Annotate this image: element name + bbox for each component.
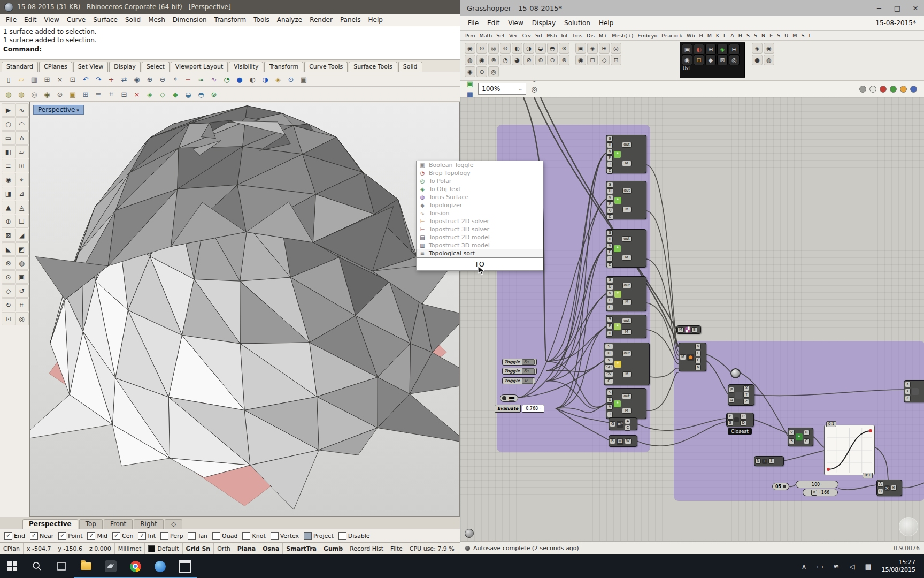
toolbar-tab-transform[interactable]: Transform bbox=[264, 62, 303, 72]
toolbar-icon[interactable]: ◆ bbox=[170, 88, 181, 100]
param-chip[interactable]: V bbox=[607, 149, 613, 155]
param-chip[interactable]: C bbox=[605, 378, 613, 384]
gh-tab-peacock[interactable]: Peacock bbox=[659, 32, 684, 39]
tool-icon[interactable]: ⊡ bbox=[2, 312, 16, 325]
boolean-toggle-node-3[interactable]: ToggleTr... bbox=[502, 377, 535, 384]
task-view-button[interactable] bbox=[49, 554, 74, 578]
gh-tab-l[interactable]: L bbox=[806, 32, 813, 39]
search-result-topostruct-3d-solver[interactable]: ⊢Topostruct 3D solver bbox=[417, 225, 543, 233]
taskbar-search-button[interactable] bbox=[25, 554, 49, 578]
toolbar-icon[interactable]: ◈ bbox=[144, 88, 156, 100]
osnap-checkbox[interactable] bbox=[188, 532, 196, 540]
param-chip[interactable]: out bbox=[622, 318, 631, 324]
palette-component-icon[interactable]: ⊕ bbox=[535, 55, 546, 65]
tool-icon[interactable]: ▱ bbox=[15, 145, 29, 158]
toolbar-icon[interactable]: + bbox=[105, 73, 117, 85]
rhino-titlebar[interactable]: 15-08-2015 (31 KB) - Rhinoceros Corporat… bbox=[0, 0, 460, 14]
param-chip[interactable]: out bbox=[622, 283, 632, 288]
canvas-toolbar-icon[interactable]: ◎ bbox=[529, 83, 540, 94]
param-chip[interactable]: T bbox=[607, 412, 613, 417]
gh-tab-m[interactable]: M+ bbox=[597, 32, 610, 39]
param-chip[interactable]: U bbox=[607, 331, 613, 337]
menu-analyze[interactable]: Analyze bbox=[273, 15, 306, 25]
palette-component-icon[interactable]: ◉ bbox=[682, 55, 692, 65]
param-chip[interactable]: C bbox=[804, 438, 810, 444]
search-result-topostruct-3d-model[interactable]: ▥Topostruct 3D model bbox=[417, 241, 543, 249]
osnap-checkbox[interactable]: ✓ bbox=[138, 532, 146, 540]
param-chip[interactable]: S bbox=[607, 277, 613, 283]
param-chip[interactable]: S bbox=[789, 438, 795, 444]
viewport-tab-right[interactable]: Right bbox=[134, 519, 164, 529]
palette-component-icon[interactable]: ▣ bbox=[682, 44, 692, 55]
palette-component-icon[interactable]: ◉ bbox=[575, 55, 586, 65]
palette-component-icon[interactable]: ⊛ bbox=[559, 43, 569, 54]
tool-icon[interactable]: ⊕ bbox=[2, 215, 16, 228]
param-chip[interactable]: U bbox=[607, 188, 613, 194]
search-result-topological-sort[interactable]: ≡Topological sort bbox=[417, 249, 543, 257]
toolbar-icon[interactable]: ⊘ bbox=[54, 88, 66, 100]
menu-view[interactable]: View bbox=[40, 15, 63, 25]
osnap-item-end[interactable]: ✓End bbox=[4, 532, 25, 540]
multiply-node[interactable]: AB×R bbox=[876, 480, 902, 496]
gh-tab-m[interactable]: M bbox=[705, 32, 714, 39]
palette-component-icon[interactable]: ◐ bbox=[694, 44, 704, 55]
menu-mesh[interactable]: Mesh bbox=[144, 15, 169, 25]
menu-curve[interactable]: Curve bbox=[63, 15, 89, 25]
toolbar-icon[interactable]: ↷ bbox=[93, 73, 104, 85]
osnap-checkbox[interactable]: ✓ bbox=[4, 532, 12, 540]
palette-component-icon[interactable]: ⊙ bbox=[476, 43, 487, 54]
menu-dimension[interactable]: Dimension bbox=[169, 15, 211, 25]
osnap-item-near[interactable]: ✓Near bbox=[30, 532, 53, 540]
gh-tab-dis[interactable]: Dis bbox=[584, 32, 597, 39]
param-chip[interactable]: M bbox=[622, 299, 632, 305]
toolbar-icon[interactable]: ▯ bbox=[3, 73, 14, 85]
param-chip[interactable]: U bbox=[607, 284, 613, 290]
tool-icon[interactable]: ⊙ bbox=[2, 270, 16, 284]
search-result-to-obj-text[interactable]: ◈To Obj Text bbox=[417, 185, 543, 193]
toolbar-tab-solid[interactable]: Solid bbox=[398, 62, 422, 72]
palette-component-icon[interactable]: ⊟ bbox=[587, 55, 598, 65]
boolean-pill-node[interactable]: ≡ bbox=[500, 394, 518, 402]
status-segment[interactable]: Grid Sn bbox=[183, 543, 214, 554]
geometry-node[interactable]: Gm¹AC bbox=[609, 417, 637, 430]
toolbar-icon[interactable]: ⊟ bbox=[118, 88, 130, 100]
number-value-bottom[interactable]: B· 166 bbox=[803, 489, 838, 496]
osnap-checkbox[interactable]: ✓ bbox=[87, 532, 95, 540]
status-segment[interactable]: SmartTra bbox=[283, 543, 320, 554]
param-chip[interactable]: P bbox=[740, 414, 746, 420]
status-segment[interactable]: Orth bbox=[214, 543, 234, 554]
gh-tab-s[interactable]: S bbox=[752, 32, 759, 39]
gh-component-stack-3[interactable]: SUVFTC*outM bbox=[606, 229, 646, 268]
closest-point-node[interactable]: PGPD bbox=[726, 413, 754, 427]
status-segment[interactable]: Filte bbox=[387, 543, 406, 554]
search-result-torsion[interactable]: ∿Torsion bbox=[417, 209, 543, 217]
toolbar-tab-select[interactable]: Select bbox=[142, 62, 170, 72]
toolbar-tab-surface-tools[interactable]: Surface Tools bbox=[349, 62, 397, 72]
param-chip[interactable]: Y bbox=[743, 392, 749, 398]
gh-tab-crv[interactable]: Crv bbox=[520, 32, 533, 39]
param-chip[interactable]: U bbox=[607, 142, 613, 148]
display-mode-dot[interactable] bbox=[890, 86, 897, 93]
toolbar-icon[interactable]: ▱ bbox=[16, 73, 27, 85]
tool-icon[interactable]: ◎ bbox=[15, 312, 29, 325]
menu-tools[interactable]: Tools bbox=[250, 15, 273, 25]
status-segment[interactable]: y -150.6 bbox=[55, 543, 86, 554]
palette-component-icon[interactable]: ◈ bbox=[752, 43, 763, 54]
tool-icon[interactable]: ◣ bbox=[2, 242, 16, 256]
param-chip[interactable]: ⌂ bbox=[729, 397, 734, 403]
viewport-title-menu[interactable]: Perspective bbox=[33, 105, 84, 115]
toolbar-tab-visibility[interactable]: Visibility bbox=[229, 62, 263, 72]
mesh-3d-view[interactable] bbox=[30, 102, 459, 516]
palette-component-icon[interactable]: ⊞ bbox=[705, 44, 716, 55]
menu-solid[interactable]: Solid bbox=[121, 15, 144, 25]
tool-icon[interactable]: ⊠ bbox=[2, 229, 16, 242]
gh-tab-mesh[interactable]: Mesh(+) bbox=[610, 32, 635, 39]
palette-component-icon[interactable]: ◎ bbox=[729, 55, 740, 65]
gh-tab-set[interactable]: Set bbox=[494, 32, 507, 39]
tool-icon[interactable]: ⊞ bbox=[15, 159, 29, 172]
palette-component-icon[interactable]: ◉ bbox=[764, 43, 774, 54]
toolbar-icon[interactable]: ⊕ bbox=[144, 73, 156, 85]
tool-icon[interactable]: ⌖ bbox=[15, 173, 29, 186]
gh-menu-help[interactable]: Help bbox=[595, 18, 618, 28]
tool-icon[interactable]: ∿ bbox=[15, 103, 29, 117]
